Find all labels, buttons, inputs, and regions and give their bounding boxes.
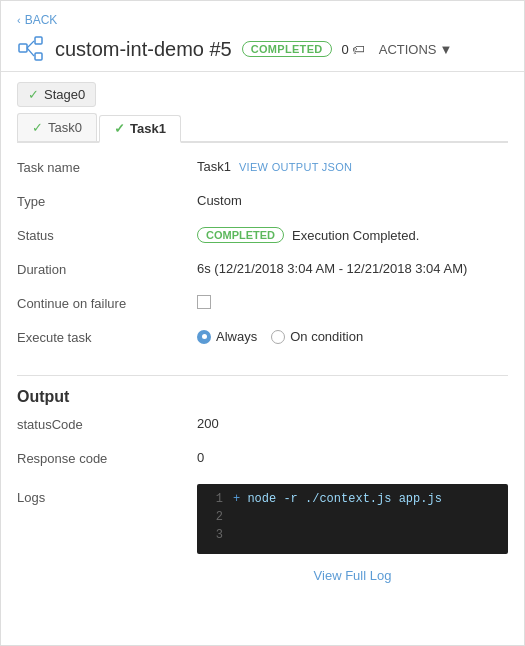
status-badge: COMPLETED [242, 41, 332, 57]
line-num-3: 3 [207, 528, 223, 542]
task0-check-icon: ✓ [32, 120, 43, 135]
execute-always-option[interactable]: Always [197, 329, 257, 344]
status-row: Status COMPLETED Execution Completed. [17, 227, 508, 249]
tasks-row: ✓ Task0 ✓ Task1 [17, 113, 508, 143]
continue-value [197, 295, 508, 309]
terminal-line-1: 1 + node -r ./context.js app.js [207, 492, 498, 506]
execute-label: Execute task [17, 329, 197, 345]
actions-chevron-icon: ▼ [440, 42, 453, 57]
back-chevron-icon: ‹ [17, 14, 21, 26]
type-row: Type Custom [17, 193, 508, 215]
view-output-link[interactable]: VIEW OUTPUT JSON [239, 161, 352, 173]
terminal-line-2: 2 [207, 510, 498, 524]
pipeline-icon [17, 35, 45, 63]
task-name-row: Task name Task1 VIEW OUTPUT JSON [17, 159, 508, 181]
response-code-row: Response code 0 [17, 450, 508, 472]
back-link[interactable]: ‹ BACK [17, 13, 508, 27]
execute-row: Execute task Always On condition [17, 329, 508, 351]
type-value: Custom [197, 193, 508, 208]
task-name-label: Task name [17, 159, 197, 175]
always-radio-filled [197, 330, 211, 344]
stage-label: Stage0 [44, 87, 85, 102]
cmd-plus: + [233, 492, 240, 506]
continue-row: Continue on failure [17, 295, 508, 317]
details-section: Task name Task1 VIEW OUTPUT JSON Type Cu… [1, 143, 524, 351]
always-label: Always [216, 329, 257, 344]
terminal-line-3: 3 [207, 528, 498, 542]
task-name-value: Task1 VIEW OUTPUT JSON [197, 159, 508, 174]
continue-checkbox[interactable] [197, 295, 211, 309]
condition-radio-empty [271, 330, 285, 344]
condition-label: On condition [290, 329, 363, 344]
svg-rect-1 [35, 37, 42, 44]
logs-label: Logs [17, 484, 197, 505]
actions-button[interactable]: ACTIONS ▼ [375, 40, 457, 59]
execute-radio-group: Always On condition [197, 329, 363, 344]
logs-value: 1 + node -r ./context.js app.js 2 3 View… [197, 484, 508, 589]
tag-count: 0 🏷 [342, 42, 365, 57]
task-tab-0[interactable]: ✓ Task0 [17, 113, 97, 141]
back-label: BACK [25, 13, 58, 27]
task1-check-icon: ✓ [114, 121, 125, 136]
logs-terminal[interactable]: 1 + node -r ./context.js app.js 2 3 [197, 484, 508, 554]
duration-label: Duration [17, 261, 197, 277]
svg-line-4 [27, 48, 34, 56]
continue-label: Continue on failure [17, 295, 197, 311]
response-code-label: Response code [17, 450, 197, 466]
svg-rect-2 [35, 53, 42, 60]
line-content-1: + node -r ./context.js app.js [233, 492, 442, 506]
tag-icon: 🏷 [352, 42, 365, 57]
svg-rect-0 [19, 44, 27, 52]
output-title: Output [17, 388, 508, 406]
task-tab-1[interactable]: ✓ Task1 [99, 115, 181, 143]
status-code-row: statusCode 200 [17, 416, 508, 438]
duration-row: Duration 6s (12/21/2018 3:04 AM - 12/21/… [17, 261, 508, 283]
status-code-value: 200 [197, 416, 508, 431]
task1-label: Task1 [130, 121, 166, 136]
line-content-2 [233, 510, 240, 524]
output-divider [17, 375, 508, 376]
line-num-1: 1 [207, 492, 223, 506]
line-content-3 [233, 528, 240, 542]
svg-line-3 [27, 41, 34, 48]
task0-label: Task0 [48, 120, 82, 135]
status-completed-badge: COMPLETED [197, 227, 284, 243]
status-code-label: statusCode [17, 416, 197, 432]
output-section: Output statusCode 200 Response code 0 Lo… [1, 363, 524, 589]
stage-check-icon: ✓ [28, 87, 39, 102]
duration-value: 6s (12/21/2018 3:04 AM - 12/21/2018 3:04… [197, 261, 508, 276]
execute-value: Always On condition [197, 329, 508, 344]
response-code-value: 0 [197, 450, 508, 465]
logs-row: Logs 1 + node -r ./context.js app.js 2 3 [17, 484, 508, 589]
page-title: custom-int-demo #5 [55, 38, 232, 61]
status-text: Execution Completed. [292, 228, 419, 243]
type-label: Type [17, 193, 197, 209]
stages-section: ✓ Stage0 ✓ Task0 ✓ Task1 [1, 72, 524, 143]
status-label: Status [17, 227, 197, 243]
execute-condition-option[interactable]: On condition [271, 329, 363, 344]
line-num-2: 2 [207, 510, 223, 524]
stage-tab[interactable]: ✓ Stage0 [17, 82, 96, 107]
status-value: COMPLETED Execution Completed. [197, 227, 508, 243]
cmd-text: node -r ./context.js app.js [247, 492, 441, 506]
view-full-log-link[interactable]: View Full Log [197, 562, 508, 589]
